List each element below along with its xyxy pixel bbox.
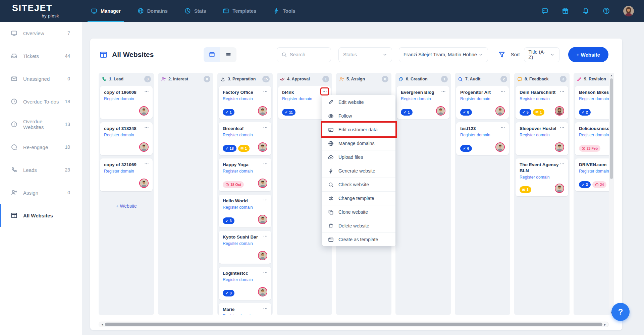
card-menu-button[interactable] — [262, 197, 269, 203]
card-menu-button[interactable] — [321, 88, 328, 94]
register-domain-link[interactable]: Register domain — [520, 175, 564, 180]
scroll-left-arrow[interactable]: ◄ — [100, 322, 105, 327]
card-menu-button[interactable] — [559, 161, 566, 167]
context-menu-item-create-as-template[interactable]: Create as template — [322, 232, 395, 246]
sidebar-item-assign[interactable]: Assign0 — [0, 181, 82, 204]
register-domain-link[interactable]: Register domain — [104, 169, 149, 174]
context-menu-item-follow[interactable]: Follow — [322, 109, 395, 123]
assignee-avatar[interactable] — [139, 106, 149, 116]
add-website-button[interactable]: + Website — [568, 47, 608, 62]
nav-item-stats[interactable]: Stats — [184, 0, 206, 22]
horizontal-scrollbar[interactable]: ◄ ► — [99, 322, 609, 327]
register-domain-link[interactable]: Register domain — [223, 241, 267, 246]
card-menu-button[interactable] — [262, 306, 269, 312]
register-domain-link[interactable]: Register domain — [223, 205, 267, 210]
card-menu-button[interactable] — [262, 269, 269, 275]
card-menu-button[interactable] — [559, 88, 566, 94]
register-domain-link[interactable]: Register domain — [579, 169, 609, 174]
context-menu-item-upload-files[interactable]: Upload files — [322, 150, 395, 164]
assignee-avatar[interactable] — [258, 179, 267, 188]
sidebar-item-overdue-websites[interactable]: Overdue Websites13 — [0, 113, 82, 136]
website-card[interactable]: The Event Agency BLNRegister domain✉1 — [516, 158, 568, 196]
register-domain-link[interactable]: Register domain — [579, 133, 609, 137]
register-domain-link[interactable]: Register domain — [223, 133, 267, 137]
list-view-button[interactable] — [220, 47, 236, 62]
register-domain-link[interactable]: Register domain — [104, 133, 149, 137]
website-card[interactable]: LogintestccRegister domain✓3 — [219, 267, 271, 300]
nav-item-templates[interactable]: Templates — [223, 0, 256, 22]
vertical-scroll-thumb[interactable] — [610, 78, 613, 179]
website-card[interactable]: GreenleafRegister domain✓18✉1 — [219, 122, 271, 155]
help-icon-button[interactable] — [603, 7, 610, 14]
sidebar-item-all-websites[interactable]: All Websites — [0, 204, 82, 227]
website-card[interactable]: Factory OfficeRegister domain✓1 — [219, 86, 271, 119]
website-card[interactable]: Happy YogaRegister domain18 Oct — [219, 158, 271, 191]
assignee-avatar[interactable] — [258, 287, 267, 296]
context-menu-item-change-template[interactable]: Change template — [322, 191, 395, 205]
assignee-avatar[interactable] — [139, 142, 149, 152]
website-card[interactable]: Progenitor ArtRegister domain✓8 — [456, 86, 509, 119]
help-button[interactable]: ? — [611, 303, 630, 321]
card-menu-button[interactable] — [143, 88, 150, 94]
card-menu-button[interactable] — [440, 88, 447, 94]
context-menu-item-edit-customer-data[interactable]: Edit customer data — [322, 123, 395, 136]
assignee-avatar[interactable] — [555, 106, 564, 116]
context-menu-item-delete-website[interactable]: Delete website — [322, 219, 395, 232]
website-card[interactable]: Sleepover HostelRegister domain — [516, 122, 568, 155]
context-menu-item-edit-website[interactable]: Edit website — [322, 95, 395, 109]
context-menu-item-clone-website[interactable]: Clone website — [322, 205, 395, 219]
website-card[interactable]: MarieRegister domain — [219, 303, 271, 315]
card-menu-button[interactable] — [143, 161, 150, 167]
website-card[interactable]: Benson BikesRegister domain✓2 — [575, 86, 609, 119]
assignee-avatar[interactable] — [436, 106, 445, 116]
context-menu-item-check-website[interactable]: Check website — [322, 178, 395, 191]
assignee-avatar[interactable] — [258, 215, 267, 224]
gift-icon-button[interactable] — [562, 7, 569, 14]
card-menu-button[interactable] — [559, 125, 566, 131]
sidebar-item-leads[interactable]: Leads23 — [0, 158, 82, 181]
card-menu-button[interactable] — [143, 125, 150, 131]
website-card[interactable]: copy of 196008Register domain — [100, 86, 153, 119]
assignee-avatar[interactable] — [258, 142, 267, 152]
register-domain-link[interactable]: Register domain — [223, 96, 267, 101]
chat-icon-button[interactable] — [541, 7, 548, 14]
register-domain-link[interactable]: Register domain — [104, 96, 149, 101]
website-card[interactable]: Evergreen BlogRegister domain✓1 — [397, 86, 449, 119]
assignee-avatar[interactable] — [495, 106, 505, 116]
register-domain-link[interactable]: Register domain — [223, 169, 267, 174]
user-avatar[interactable] — [623, 6, 634, 16]
context-menu-item-generate-website[interactable]: Generate website — [322, 164, 395, 178]
vertical-scrollbar[interactable]: ▲ ▼ — [609, 73, 614, 315]
scroll-right-arrow[interactable]: ► — [602, 322, 608, 327]
context-menu-item-manage-domains[interactable]: Manage domains — [322, 136, 395, 150]
register-domain-link[interactable]: Register domain — [520, 133, 564, 137]
nav-item-tools[interactable]: Tools — [273, 0, 296, 22]
website-card[interactable]: DRIVEN.comRegister domain✓324 — [575, 158, 609, 191]
bell-icon-button[interactable] — [582, 7, 589, 14]
sidebar-item-tickets[interactable]: Tickets44 — [0, 45, 82, 67]
sidebar-item-overdue-to-dos[interactable]: Overdue To-dos18 — [0, 90, 82, 113]
website-card[interactable]: DeliciousnessRegister domain23 Feb — [575, 122, 609, 155]
assignee-avatar[interactable] — [555, 142, 564, 152]
assignee-avatar[interactable] — [258, 251, 267, 260]
sidebar-item-overview[interactable]: Overview7 — [0, 22, 82, 45]
card-menu-button[interactable] — [262, 233, 269, 239]
card-menu-button[interactable] — [262, 88, 269, 94]
assignee-avatar[interactable] — [495, 142, 505, 152]
register-domain-link[interactable]: Register domain — [520, 96, 564, 101]
assignee-avatar[interactable] — [258, 106, 267, 116]
sort-dropdown[interactable]: Title (A-Z) — [524, 47, 559, 62]
website-card[interactable]: copy of 321069Register domain — [100, 158, 153, 191]
card-menu-button[interactable] — [499, 88, 506, 94]
register-domain-link[interactable]: Register domain — [401, 96, 445, 101]
card-menu-button[interactable] — [262, 161, 269, 167]
register-domain-link[interactable]: Register domain — [223, 314, 267, 315]
kanban-view-button[interactable] — [204, 47, 220, 62]
status-dropdown[interactable]: Status — [338, 47, 392, 62]
search-input[interactable] — [290, 52, 323, 57]
nav-item-domains[interactable]: Domains — [138, 0, 168, 22]
assignee-avatar[interactable] — [555, 184, 564, 193]
assignee-avatar[interactable] — [139, 179, 149, 188]
card-menu-button[interactable] — [262, 125, 269, 131]
website-card[interactable]: Hello WorldRegister domain✓3 — [219, 195, 271, 227]
